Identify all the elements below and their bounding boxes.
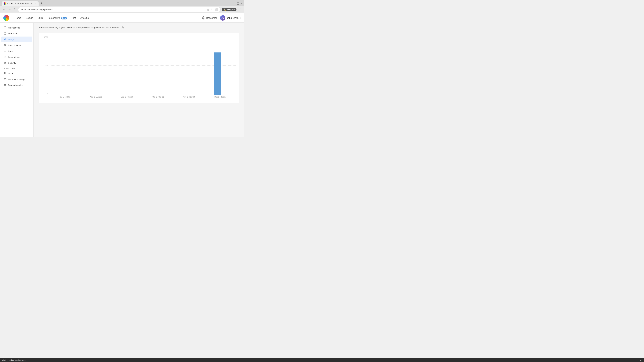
team-label: Team bbox=[8, 72, 14, 75]
bar-jul bbox=[53, 36, 83, 95]
incognito-label: Incognito bbox=[226, 8, 235, 11]
incognito-icon: 🕵 bbox=[224, 8, 226, 11]
svg-point-5 bbox=[4, 45, 6, 46]
svg-rect-6 bbox=[4, 50, 5, 51]
svg-rect-3 bbox=[6, 38, 6, 40]
tab-close-button[interactable]: × bbox=[35, 2, 36, 5]
reload-button[interactable]: ↻ bbox=[13, 7, 17, 12]
personalize-new-badge: New bbox=[61, 17, 67, 19]
apps-label: Apps bbox=[8, 50, 13, 52]
sidebar-item-deleted-emails[interactable]: Deleted emails bbox=[1, 82, 32, 88]
browser-menu-button[interactable]: ⋮ bbox=[238, 7, 242, 12]
nav-home[interactable]: Home bbox=[13, 15, 23, 21]
svg-rect-9 bbox=[5, 51, 6, 52]
app-logo[interactable] bbox=[3, 15, 10, 21]
window-controls: − ⧠ × bbox=[233, 2, 242, 5]
notifications-label: Notifications bbox=[8, 26, 20, 29]
resources-icon: i bbox=[202, 16, 205, 19]
nav-personalize[interactable]: Personalize New bbox=[46, 15, 69, 21]
cast-icon[interactable]: ⬜ bbox=[215, 8, 218, 11]
security-label: Security bbox=[8, 62, 16, 64]
close-button[interactable]: × bbox=[240, 2, 242, 5]
sidebar-item-apps[interactable]: Apps bbox=[1, 48, 32, 54]
minimize-button[interactable]: − bbox=[233, 2, 235, 5]
bell-icon bbox=[4, 26, 6, 29]
sidebar-item-integrations[interactable]: Integrations bbox=[1, 54, 32, 60]
chart-area bbox=[50, 36, 236, 95]
active-tab[interactable]: Current Plan: Free Plan > John ... × bbox=[2, 1, 38, 6]
bar-dec bbox=[202, 36, 232, 95]
sidebar-item-invoices-billing[interactable]: Invoices & Billing bbox=[1, 76, 32, 82]
main-nav: Home Design Build Personalize New Test A… bbox=[13, 15, 199, 21]
address-bar[interactable]: litmus.com/billing/usage/previews ☆ ⬇ ⬜ bbox=[18, 7, 220, 12]
sidebar-item-team[interactable]: Team bbox=[1, 70, 32, 76]
content-area: Notifications Your Plan bbox=[0, 23, 244, 137]
apps-icon bbox=[4, 50, 6, 52]
user-menu[interactable]: JS John Smith ▾ bbox=[220, 15, 241, 21]
sidebar-item-security[interactable]: Security bbox=[1, 60, 32, 66]
nav-right: i Resources JS John Smith ▾ bbox=[202, 15, 241, 21]
plan-icon bbox=[4, 32, 6, 35]
bookmark-icon[interactable]: ☆ bbox=[207, 8, 209, 11]
chart-description: Below is a summary of your account's ema… bbox=[38, 26, 239, 29]
sidebar-item-usage[interactable]: Usage bbox=[1, 36, 32, 42]
invoices-billing-label: Invoices & Billing bbox=[8, 78, 24, 81]
nav-test[interactable]: Test bbox=[70, 15, 78, 21]
usage-label: Usage bbox=[8, 38, 14, 41]
y-label-500: 500 bbox=[45, 64, 48, 67]
sidebar-item-notifications[interactable]: Notifications bbox=[1, 25, 32, 30]
deleted-emails-label: Deleted emails bbox=[8, 84, 22, 86]
svg-rect-14 bbox=[4, 78, 6, 80]
download-icon[interactable]: ⬇ bbox=[211, 8, 213, 11]
sidebar: Notifications Your Plan bbox=[0, 23, 34, 137]
nav-analyze[interactable]: Analyze bbox=[78, 15, 91, 21]
svg-rect-2 bbox=[5, 39, 5, 40]
y-label-1000: 1000 bbox=[44, 36, 48, 38]
user-name-label: John Smith bbox=[227, 16, 238, 19]
team-icon bbox=[4, 72, 6, 75]
resources-button[interactable]: i Resources bbox=[202, 16, 217, 19]
nav-build[interactable]: Build bbox=[36, 15, 45, 21]
y-axis: 1000 500 0 bbox=[42, 36, 50, 95]
tab-title: Current Plan: Free Plan > John ... bbox=[8, 2, 34, 5]
browser-chrome: Current Plan: Free Plan > John ... × + −… bbox=[0, 0, 244, 13]
new-tab-button[interactable]: + bbox=[39, 1, 44, 6]
usage-icon bbox=[4, 38, 6, 41]
email-clients-label: Email Clients bbox=[8, 44, 21, 46]
user-avatar: JS bbox=[220, 15, 226, 21]
back-button[interactable]: ← bbox=[2, 7, 6, 12]
sidebar-item-email-clients[interactable]: Email Clients bbox=[1, 42, 32, 48]
x-axis: Jul 1 - Jul 31 Aug 1 - Aug 31 Sep 1 - Se… bbox=[50, 95, 236, 100]
svg-point-13 bbox=[5, 72, 6, 73]
bar-nov bbox=[172, 36, 202, 95]
svg-rect-1 bbox=[4, 39, 4, 40]
url-display: litmus.com/billing/usage/previews bbox=[21, 8, 206, 11]
x-label-oct: Oct 1 - Oct 31 bbox=[142, 95, 174, 100]
bar-sep bbox=[113, 36, 143, 95]
sidebar-item-your-plan[interactable]: Your Plan bbox=[1, 31, 32, 36]
billing-icon bbox=[4, 78, 6, 81]
app-layout: Home Design Build Personalize New Test A… bbox=[0, 13, 244, 137]
top-navigation: Home Design Build Personalize New Test A… bbox=[0, 13, 244, 23]
x-label-aug: Aug 1 - Aug 31 bbox=[81, 95, 112, 100]
svg-rect-8 bbox=[4, 51, 5, 52]
nav-design[interactable]: Design bbox=[24, 15, 35, 21]
x-label-jul: Jul 1 - Jul 31 bbox=[50, 95, 81, 100]
bar-dec-value bbox=[214, 52, 221, 94]
svg-rect-7 bbox=[5, 50, 6, 51]
bars-area bbox=[50, 36, 236, 95]
svg-rect-11 bbox=[4, 63, 6, 64]
maximize-button[interactable]: ⧠ bbox=[236, 2, 239, 5]
x-label-dec: Dec 1 - Today bbox=[204, 95, 236, 100]
trash-icon bbox=[4, 84, 6, 86]
bar-oct bbox=[143, 36, 172, 95]
forward-button[interactable]: → bbox=[8, 7, 12, 12]
tab-favicon bbox=[4, 2, 6, 5]
chart-wrapper: 1000 500 0 bbox=[42, 36, 236, 100]
resources-label: Resources bbox=[206, 16, 217, 19]
x-label-sep: Sep 1 - Sep 30 bbox=[112, 95, 143, 100]
your-team-section-label: YOUR TEAM bbox=[0, 66, 33, 70]
security-icon bbox=[4, 61, 6, 64]
content-inner: Below is a summary of your account's ema… bbox=[34, 23, 244, 107]
tab-bar: Current Plan: Free Plan > John ... × + −… bbox=[0, 0, 244, 6]
